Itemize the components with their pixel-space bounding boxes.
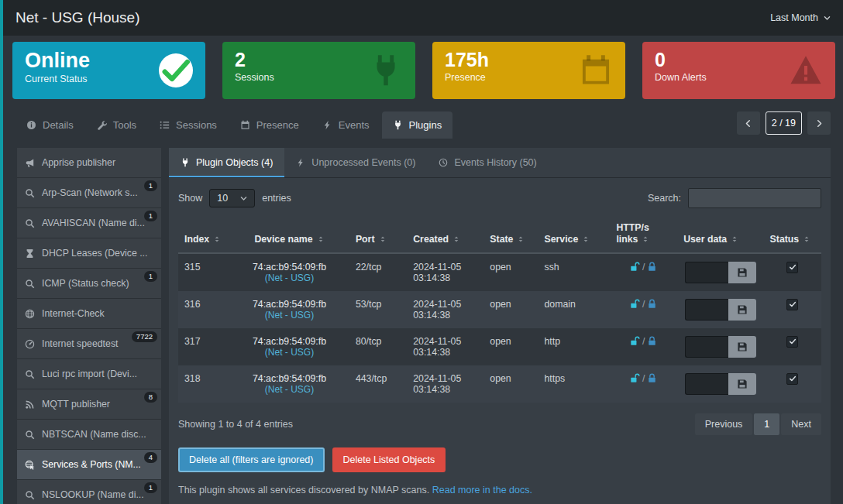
docs-link[interactable]: Read more in the docs. (432, 485, 532, 495)
device-link[interactable]: (Net - USG) (265, 384, 314, 395)
page-size-select[interactable]: 10 (209, 189, 255, 207)
http-link[interactable] (630, 336, 640, 347)
tab-label: Events History (50) (454, 157, 536, 168)
sort-icon (452, 235, 460, 243)
next-page-button[interactable]: Next (781, 413, 821, 435)
status-card-presence: 175h Presence (432, 42, 625, 99)
search-icon (25, 279, 35, 289)
http-link[interactable] (630, 299, 640, 310)
table-row: 315 74:ac:b9:54:09:fb(Net - USG) 22/tcp … (178, 253, 821, 291)
tab-plugins[interactable]: Plugins (382, 111, 453, 139)
column-header-index[interactable]: Index (178, 216, 229, 253)
device-link[interactable]: (Net - USG) (265, 347, 314, 358)
column-header-port[interactable]: Port (349, 216, 407, 253)
sort-icon (379, 235, 387, 243)
bolt-icon (296, 158, 305, 167)
device-mac: 74:ac:b9:54:09:fb (236, 299, 343, 310)
https-link[interactable] (647, 336, 657, 347)
sidebar-item-label: NSLOOKUP (Name di... (42, 489, 144, 500)
sidebar-item-internet-check[interactable]: Internet-Check (17, 299, 161, 329)
cell-service: ssh (538, 253, 611, 291)
https-link[interactable] (647, 262, 657, 273)
sidebar-item-label: MQTT publisher (42, 399, 110, 410)
sidebar-item-icmp[interactable]: ICMP (Status check)1 (17, 269, 161, 299)
search-icon (25, 218, 35, 228)
plugin-description-text: This plugin shows all services discovere… (178, 485, 429, 495)
save-user-data-button[interactable] (728, 336, 756, 358)
sort-icon (582, 235, 590, 243)
prev-device-button[interactable] (737, 111, 760, 135)
user-data-input[interactable] (685, 336, 728, 358)
delete-all-button[interactable]: Delete all (filters are ignored) (178, 447, 325, 472)
tab-sessions[interactable]: Sessions (149, 111, 228, 139)
column-header-http-links[interactable]: HTTP/s links (610, 216, 677, 253)
period-selector[interactable]: Last Month (770, 12, 831, 23)
column-header-user-data[interactable]: User data (677, 216, 763, 253)
search-input[interactable] (688, 188, 821, 208)
user-data-input[interactable] (685, 299, 728, 321)
status-checkbox[interactable] (786, 299, 798, 310)
column-header-state[interactable]: State (483, 216, 538, 253)
column-header-service[interactable]: Service (538, 216, 611, 253)
sidebar-item-internet-speedtest[interactable]: Internet speedtest7722 (17, 329, 161, 359)
bolt-icon (322, 120, 332, 130)
table-pagination: Previous 1 Next (695, 413, 821, 435)
tab-events-history[interactable]: Events History (50) (427, 148, 548, 177)
tab-events[interactable]: Events (311, 111, 380, 139)
save-user-data-button[interactable] (728, 373, 756, 395)
tab-label: Unprocessed Events (0) (311, 157, 415, 168)
tab-tools[interactable]: Tools (86, 111, 147, 139)
plugin-objects-table: Index Device name Port Created State Ser… (178, 216, 821, 403)
cell-port: 22/tcp (349, 253, 407, 291)
sidebar-item-dhcp-leases[interactable]: DHCP Leases (Device ... (17, 238, 161, 269)
sidebar-item-luci-rpc-import[interactable]: Luci rpc import (Devi... (17, 359, 161, 389)
tab-label: Sessions (176, 119, 217, 131)
check-icon (789, 338, 797, 345)
delete-listed-button[interactable]: Delete Listed Objects (332, 447, 446, 472)
tab-presence[interactable]: Presence (229, 111, 310, 139)
http-link[interactable] (630, 262, 640, 273)
status-checkbox[interactable] (786, 262, 798, 273)
table-row: 317 74:ac:b9:54:09:fb(Net - USG) 80/tcp … (178, 328, 821, 365)
device-page-indicator: 2 / 19 (766, 111, 802, 135)
tab-plugin-objects[interactable]: Plugin Objects (4) (169, 148, 284, 177)
count-badge: 8 (144, 392, 157, 403)
tab-details[interactable]: Details (15, 111, 84, 139)
status-checkbox[interactable] (786, 336, 798, 348)
cell-index: 315 (178, 253, 229, 291)
status-checkbox[interactable] (786, 373, 798, 385)
page-1-button[interactable]: 1 (754, 413, 779, 435)
device-pager: 2 / 19 (737, 111, 831, 135)
link-separator: / (642, 336, 645, 347)
column-header-device-name[interactable]: Device name (229, 216, 349, 253)
sidebar-item-services-ports[interactable]: Services & Ports (NM...4 (17, 450, 161, 480)
next-device-button[interactable] (807, 111, 831, 135)
save-user-data-button[interactable] (728, 262, 756, 283)
sidebar-item-label: DHCP Leases (Device ... (42, 248, 147, 259)
sidebar-item-apprise-publisher[interactable]: Apprise publisher (17, 148, 161, 178)
globe-icon (25, 309, 35, 319)
column-header-status[interactable]: Status (764, 216, 821, 253)
http-link[interactable] (630, 373, 640, 384)
entries-label: entries (262, 193, 291, 204)
check-circle-icon (159, 53, 193, 87)
save-user-data-button[interactable] (728, 299, 756, 321)
user-data-input[interactable] (685, 373, 728, 395)
device-link[interactable]: (Net - USG) (265, 273, 314, 283)
sidebar-item-mqtt-publisher[interactable]: MQTT publisher8 (17, 389, 161, 420)
wrench-icon (97, 120, 107, 130)
https-link[interactable] (647, 299, 657, 310)
device-link[interactable]: (Net - USG) (265, 310, 314, 321)
tab-unprocessed-events[interactable]: Unprocessed Events (0) (284, 148, 427, 177)
table-header-row: Index Device name Port Created State Ser… (178, 216, 821, 253)
sidebar-item-arp-scan[interactable]: Arp-Scan (Network s...1 (17, 178, 161, 208)
count-badge: 1 (144, 482, 157, 493)
sidebar-item-nbtscan[interactable]: NBTSCAN (Name disc... (17, 420, 161, 450)
sidebar-item-avahiscan[interactable]: AVAHISCAN (Name di...1 (17, 208, 161, 238)
previous-page-button[interactable]: Previous (695, 413, 753, 435)
sidebar-item-nslookup[interactable]: NSLOOKUP (Name di...1 (17, 480, 161, 504)
column-header-created[interactable]: Created (407, 216, 483, 253)
user-data-input[interactable] (685, 262, 728, 283)
https-link[interactable] (647, 373, 657, 384)
sidebar-item-label: ICMP (Status check) (42, 278, 129, 289)
